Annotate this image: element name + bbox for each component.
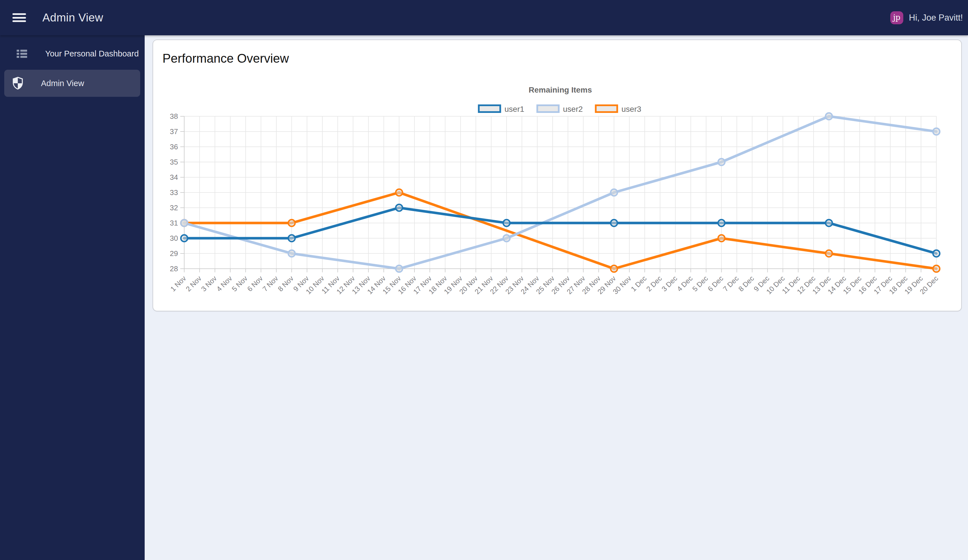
- series-line-user3: [184, 193, 937, 269]
- dashboard-list-icon: [17, 50, 45, 58]
- data-point-user1[interactable]: [611, 220, 617, 226]
- avatar: jp: [890, 11, 903, 24]
- legend-item-user1[interactable]: user1: [479, 105, 524, 114]
- data-point-user1[interactable]: [503, 220, 510, 226]
- sidebar-item-label: Your Personal Dashboard: [45, 49, 139, 58]
- x-tick-label: 3 Dec: [660, 274, 679, 293]
- y-tick-label: 35: [170, 158, 178, 166]
- data-point-user2[interactable]: [718, 159, 725, 165]
- data-point-user2[interactable]: [181, 220, 187, 226]
- hamburger-menu-icon[interactable]: [12, 13, 26, 22]
- x-tick-label: 3 Nov: [199, 274, 218, 293]
- legend-swatch: [537, 105, 559, 112]
- legend-swatch: [596, 105, 617, 112]
- data-point-user2[interactable]: [503, 235, 510, 241]
- x-tick-label: 2 Dec: [645, 274, 663, 293]
- y-tick-label: 38: [170, 112, 178, 121]
- legend-label: user2: [563, 105, 583, 114]
- data-point-user1[interactable]: [718, 220, 725, 226]
- topbar-user-area: jp Hi, Joe Pavitt!: [890, 11, 963, 24]
- data-point-user3[interactable]: [396, 189, 403, 196]
- app-title: Admin View: [42, 11, 103, 24]
- y-tick-label: 33: [170, 188, 178, 197]
- x-tick-label: 4 Nov: [215, 274, 234, 293]
- x-tick-label: 7 Dec: [721, 274, 740, 293]
- y-tick-label: 32: [170, 203, 178, 212]
- data-point-user3[interactable]: [718, 235, 725, 241]
- data-point-user1[interactable]: [933, 250, 940, 257]
- data-point-user1[interactable]: [288, 235, 295, 241]
- y-tick-label: 34: [170, 173, 178, 182]
- shield-icon: [12, 77, 41, 90]
- data-point-user1[interactable]: [396, 204, 403, 211]
- sidebar-item-admin-view[interactable]: Admin View: [4, 70, 140, 97]
- x-tick-label: 8 Nov: [276, 274, 295, 293]
- x-tick-label: 8 Dec: [737, 274, 756, 293]
- x-axis-labels: 1 Nov2 Nov3 Nov4 Nov5 Nov6 Nov7 Nov8 Nov…: [169, 274, 940, 296]
- x-tick-label: 6 Dec: [706, 274, 725, 293]
- chart-title: Remaining Items: [529, 86, 592, 94]
- data-point-user1[interactable]: [181, 235, 187, 241]
- x-tick-label: 4 Dec: [675, 274, 694, 293]
- x-tick-label: 1 Dec: [629, 274, 648, 293]
- data-point-user2[interactable]: [825, 113, 832, 120]
- y-axis-labels: 2829303132333435363738: [170, 112, 178, 273]
- x-tick-label: 1 Nov: [169, 274, 187, 293]
- data-point-user3[interactable]: [933, 265, 940, 272]
- data-point-user3[interactable]: [825, 250, 832, 257]
- y-tick-label: 29: [170, 249, 178, 258]
- data-point-user3[interactable]: [611, 265, 617, 272]
- legend-label: user3: [622, 105, 641, 114]
- x-tick-label: 6 Nov: [245, 274, 264, 293]
- x-tick-label: 2 Nov: [184, 274, 203, 293]
- y-tick-label: 31: [170, 219, 178, 227]
- x-tick-label: 5 Dec: [691, 274, 709, 293]
- sidebar: Your Personal Dashboard Admin View: [0, 35, 145, 560]
- data-point-user2[interactable]: [933, 128, 940, 135]
- data-point-user2[interactable]: [288, 250, 295, 257]
- data-point-user3[interactable]: [288, 220, 295, 226]
- legend-swatch: [479, 105, 501, 112]
- y-tick-label: 28: [170, 264, 178, 273]
- data-point-user2[interactable]: [611, 189, 617, 196]
- topbar: Admin View jp Hi, Joe Pavitt!: [0, 0, 968, 35]
- x-tick-label: 7 Nov: [261, 274, 280, 293]
- x-tick-label: 5 Nov: [230, 274, 249, 293]
- data-point-user1[interactable]: [825, 220, 832, 226]
- legend-item-user2[interactable]: user2: [537, 105, 583, 114]
- chart-legend: user1user2user3: [479, 105, 641, 114]
- y-tick-label: 36: [170, 142, 178, 151]
- sidebar-item-personal-dashboard[interactable]: Your Personal Dashboard: [4, 40, 140, 67]
- sidebar-item-label: Admin View: [41, 79, 84, 88]
- y-tick-label: 37: [170, 127, 178, 136]
- main-content: Performance Overview 2829303132333435363…: [145, 35, 968, 560]
- user-greeting: Hi, Joe Pavitt!: [909, 13, 963, 23]
- data-point-user2[interactable]: [396, 265, 403, 272]
- legend-item-user3[interactable]: user3: [596, 105, 641, 114]
- performance-chart[interactable]: 28293031323334353637381 Nov2 Nov3 Nov4 N…: [153, 40, 961, 311]
- performance-overview-card: Performance Overview 2829303132333435363…: [152, 40, 962, 311]
- legend-label: user1: [505, 105, 524, 114]
- y-tick-label: 30: [170, 234, 178, 243]
